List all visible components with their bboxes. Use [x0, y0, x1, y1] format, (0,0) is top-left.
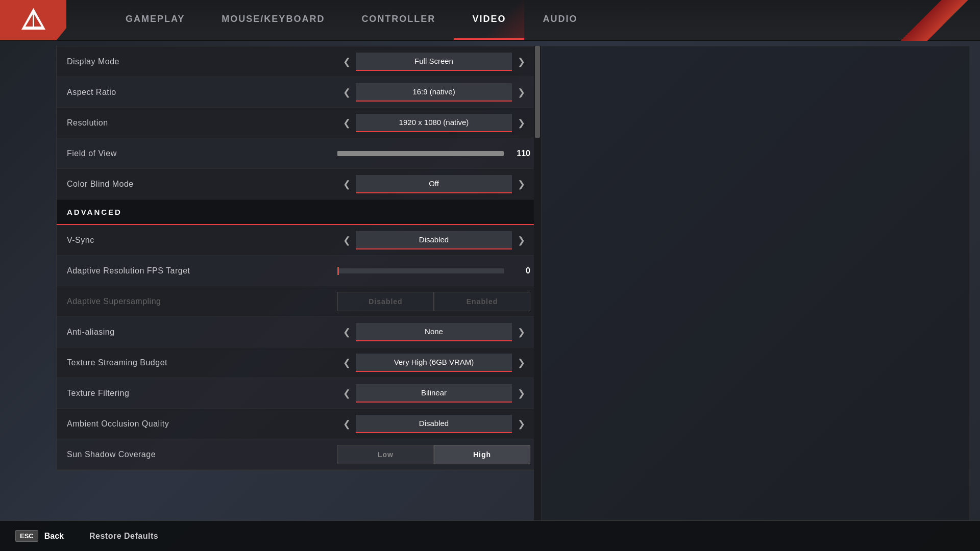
texture-budget-selector: ❮ Very High (6GB VRAM) ❯ [337, 354, 530, 372]
resolution-prev[interactable]: ❮ [337, 114, 356, 132]
setting-row-resolution: Resolution ❮ 980 x 551 (native) ❯ [57, 108, 541, 138]
right-panel [541, 46, 970, 520]
color-blind-value: Off [356, 175, 512, 193]
tab-video[interactable]: VIDEO [454, 0, 524, 40]
texture-filtering-control: ❮ Bilinear ❯ [337, 384, 530, 403]
texture-budget-next[interactable]: ❯ [512, 354, 530, 372]
texture-filtering-prev[interactable]: ❮ [337, 384, 356, 403]
settings-list: Display Mode ❮ Full Screen ❯ Aspect Rati… [56, 46, 541, 470]
display-mode-selector: ❮ Full Screen ❯ [337, 53, 530, 71]
texture-filtering-next[interactable]: ❯ [512, 384, 530, 403]
sun-shadow-label: Sun Shadow Coverage [67, 450, 337, 459]
setting-row-sun-shadow: Sun Shadow Coverage Low High [57, 439, 541, 470]
display-mode-value: Full Screen [356, 53, 512, 71]
fov-slider-track[interactable] [337, 151, 504, 156]
display-mode-prev[interactable]: ❮ [337, 53, 356, 71]
sun-shadow-control: Low High [337, 445, 530, 464]
setting-row-texture-budget: Texture Streaming Budget ❮ Very High (6G… [57, 347, 541, 378]
color-blind-next[interactable]: ❯ [512, 175, 530, 193]
bottom-bar: ESC Back Restore Defaults [0, 520, 980, 551]
anti-aliasing-selector: ❮ None ❯ [337, 323, 530, 341]
fov-slider-wrap: 110 [337, 149, 530, 158]
setting-row-adaptive-res: Adaptive Resolution FPS Target 0 [57, 256, 541, 286]
ambient-occlusion-value: Disabled [356, 415, 512, 433]
adaptive-res-slider[interactable] [337, 268, 504, 273]
ambient-occlusion-control: ❮ Disabled ❯ [337, 415, 530, 433]
adaptive-res-control: 0 [337, 266, 530, 276]
adaptive-res-value: 0 [510, 266, 530, 276]
setting-row-ambient-occlusion: Ambient Occlusion Quality ❮ Disabled ❯ [57, 409, 541, 439]
anti-aliasing-value: None [356, 323, 512, 341]
resolution-next[interactable]: ❯ [512, 114, 530, 132]
aspect-ratio-value: 16:9 (native) [356, 83, 512, 102]
setting-row-adaptive-super: Adaptive Supersampling Disabled Enabled [57, 286, 541, 317]
color-blind-label: Color Blind Mode [67, 180, 337, 189]
vsync-next[interactable]: ❯ [512, 231, 530, 249]
tab-audio[interactable]: AUDIO [524, 0, 596, 40]
resolution-value: 980 x 551 (native) [356, 114, 512, 132]
resolution-selector: ❮ 980 x 551 (native) ❯ [337, 114, 530, 132]
adaptive-super-control: Disabled Enabled [337, 292, 530, 311]
setting-row-color-blind: Color Blind Mode ❮ Off ❯ [57, 169, 541, 199]
setting-row-fov: Field of View 110 [57, 138, 541, 169]
texture-filtering-selector: ❮ Bilinear ❯ [337, 384, 530, 403]
setting-row-vsync: V-Sync ❮ Disabled ❯ [57, 225, 541, 256]
color-blind-selector: ❮ Off ❯ [337, 175, 530, 193]
fov-slider-fill [337, 151, 471, 156]
nav-tabs: GAMEPLAY MOUSE/KEYBOARD CONTROLLER VIDEO… [107, 0, 596, 40]
ambient-occlusion-label: Ambient Occlusion Quality [67, 419, 337, 429]
settings-panel: Display Mode ❮ Full Screen ❯ Aspect Rati… [56, 46, 541, 520]
resolution-control: ❮ 980 x 551 (native) ❯ [337, 114, 530, 132]
adaptive-super-enabled-btn[interactable]: Enabled [434, 292, 530, 311]
sun-shadow-toggle: Low High [337, 445, 530, 464]
scrollbar-thumb[interactable] [535, 46, 540, 138]
fps-mark [337, 267, 339, 275]
setting-row-texture-filtering: Texture Filtering ❮ Bilinear ❯ [57, 378, 541, 409]
anti-aliasing-prev[interactable]: ❮ [337, 323, 356, 341]
sun-shadow-low-btn[interactable]: Low [337, 445, 434, 464]
esc-back-button[interactable]: ESC Back [15, 530, 64, 542]
display-mode-control: ❮ Full Screen ❯ [337, 53, 530, 71]
aspect-ratio-label: Aspect Ratio [67, 88, 337, 97]
esc-key: ESC [15, 530, 38, 542]
display-mode-next[interactable]: ❯ [512, 53, 530, 71]
ambient-occlusion-selector: ❮ Disabled ❯ [337, 415, 530, 433]
anti-aliasing-label: Anti-aliasing [67, 328, 337, 337]
main-content: Display Mode ❮ Full Screen ❯ Aspect Rati… [0, 41, 980, 520]
restore-defaults-button[interactable]: Restore Defaults [89, 532, 158, 541]
nav-bar: GAMEPLAY MOUSE/KEYBOARD CONTROLLER VIDEO… [0, 0, 980, 41]
adaptive-super-disabled-btn[interactable]: Disabled [337, 292, 434, 311]
ambient-occlusion-prev[interactable]: ❮ [337, 415, 356, 433]
aspect-ratio-prev[interactable]: ❮ [337, 83, 356, 102]
ambient-occlusion-next[interactable]: ❯ [512, 415, 530, 433]
aspect-ratio-next[interactable]: ❯ [512, 83, 530, 102]
fov-control: 110 [337, 149, 530, 158]
texture-budget-prev[interactable]: ❮ [337, 354, 356, 372]
fov-label: Field of View [67, 149, 337, 158]
vsync-value: Disabled [356, 231, 512, 249]
vsync-control: ❮ Disabled ❯ [337, 231, 530, 249]
back-label: Back [44, 532, 64, 541]
logo [0, 0, 66, 40]
scrollbar[interactable] [534, 46, 541, 520]
tab-controller[interactable]: CONTROLLER [343, 0, 454, 40]
setting-row-aspect-ratio: Aspect Ratio ❮ 16:9 (native) ❯ [57, 77, 541, 108]
aspect-ratio-selector: ❮ 16:9 (native) ❯ [337, 83, 530, 102]
display-mode-label: Display Mode [67, 57, 337, 66]
tab-mouse-keyboard[interactable]: MOUSE/KEYBOARD [203, 0, 343, 40]
advanced-title: ADVANCED [67, 208, 122, 216]
texture-budget-label: Texture Streaming Budget [67, 358, 337, 367]
tab-gameplay[interactable]: GAMEPLAY [107, 0, 203, 40]
texture-budget-control: ❮ Very High (6GB VRAM) ❯ [337, 354, 530, 372]
diagonal-accent [888, 0, 980, 41]
advanced-header: ADVANCED [57, 199, 541, 225]
vsync-selector: ❮ Disabled ❯ [337, 231, 530, 249]
vsync-prev[interactable]: ❮ [337, 231, 356, 249]
fov-value: 110 [510, 149, 530, 158]
anti-aliasing-control: ❮ None ❯ [337, 323, 530, 341]
anti-aliasing-next[interactable]: ❯ [512, 323, 530, 341]
sun-shadow-high-btn[interactable]: High [434, 445, 530, 464]
vsync-label: V-Sync [67, 236, 337, 245]
adaptive-super-toggle: Disabled Enabled [337, 292, 530, 311]
color-blind-prev[interactable]: ❮ [337, 175, 356, 193]
